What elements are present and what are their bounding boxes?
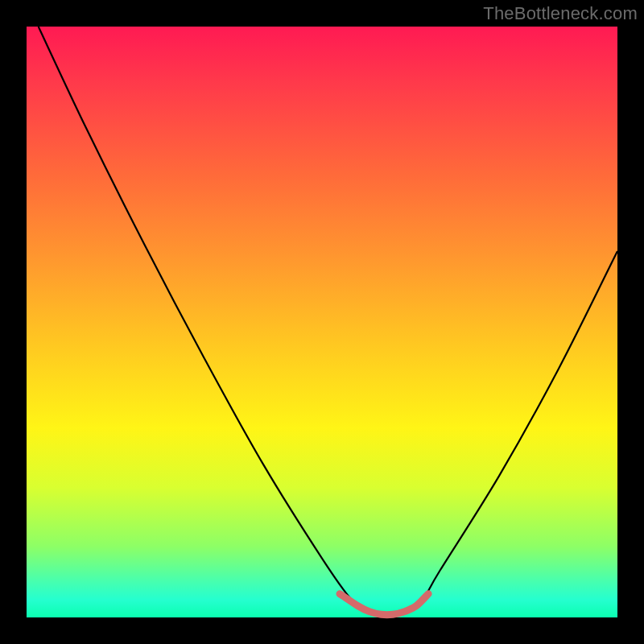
watermark-text: TheBottleneck.com: [483, 3, 638, 24]
highlight-band: [340, 594, 428, 615]
chart-frame: TheBottleneck.com: [0, 0, 644, 644]
main-curve: [39, 27, 617, 614]
chart-svg: [27, 27, 617, 617]
